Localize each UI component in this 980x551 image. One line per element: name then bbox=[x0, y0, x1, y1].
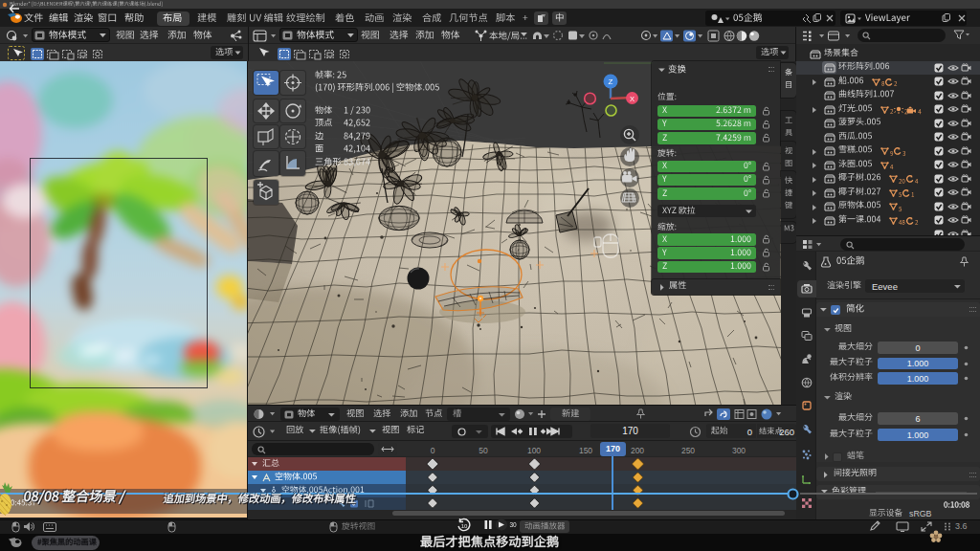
svg-text:Z: Z bbox=[609, 77, 613, 86]
svg-text:10: 10 bbox=[461, 523, 468, 529]
svg-text:30: 30 bbox=[509, 521, 517, 528]
svg-text:X: X bbox=[630, 95, 635, 103]
